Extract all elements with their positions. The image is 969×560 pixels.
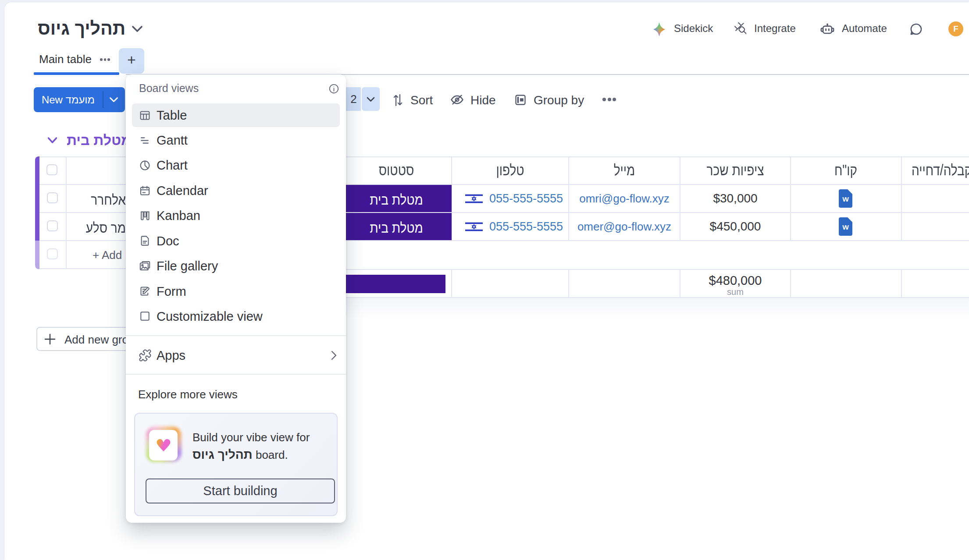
svg-text:W: W	[842, 223, 849, 231]
svg-text:W: W	[842, 195, 849, 203]
